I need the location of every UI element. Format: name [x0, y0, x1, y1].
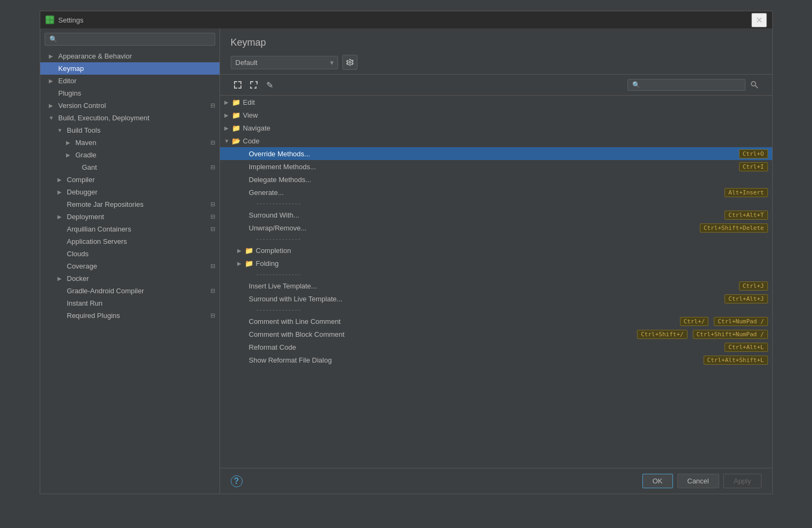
keymap-gear-button[interactable]: [342, 55, 357, 70]
sidebar-item-app-servers[interactable]: Application Servers: [40, 235, 220, 248]
sidebar-item-compiler[interactable]: ▶ Compiler: [40, 173, 220, 186]
sidebar-item-docker[interactable]: ▶ Docker: [40, 272, 220, 285]
tree-label: Comment with Line Comment: [249, 317, 678, 326]
tree-item-navigate[interactable]: ▶ 📁 Navigate: [220, 121, 772, 134]
keymap-controls: Default Eclipse Emacs NetBeans 6.5 Visua…: [231, 55, 762, 70]
collapse-all-button[interactable]: [247, 78, 261, 92]
sidebar-item-keymap[interactable]: Keymap: [40, 62, 220, 75]
tree-item-comment-line[interactable]: Comment with Line Comment Ctrl+/ Ctrl+Nu…: [220, 315, 772, 328]
tree-item-view[interactable]: ▶ 📁 View: [220, 109, 772, 121]
settings-window: Settings ✕ ▶ Appearance & Behavior Keyma…: [40, 11, 773, 494]
shortcuts-cell: Ctrl+I: [737, 162, 768, 171]
tree-label: Folding: [256, 259, 768, 267]
tree-label: View: [243, 111, 768, 119]
chevron-right-icon: ▶: [224, 99, 232, 105]
sidebar-item-build-exec[interactable]: ▼ Build, Execution, Deployment: [40, 112, 220, 124]
search-input[interactable]: [627, 79, 745, 91]
sidebar-item-gant[interactable]: Gant ⊟: [40, 161, 220, 173]
shortcut-badge: Ctrl+Alt+Shift+L: [704, 356, 768, 365]
keymap-select[interactable]: Default Eclipse Emacs NetBeans 6.5 Visua…: [231, 56, 338, 69]
scroll-icon: ⊟: [210, 201, 215, 208]
sidebar-item-maven[interactable]: ▶ Maven ⊟: [40, 136, 220, 149]
sidebar-item-editor[interactable]: ▶ Editor: [40, 75, 220, 87]
shortcut-badge: Ctrl+I: [739, 162, 768, 171]
sidebar-item-label: Clouds: [67, 250, 89, 258]
folder-icon: 📁: [245, 259, 253, 267]
sidebar-item-instant-run[interactable]: Instant Run: [40, 297, 220, 309]
find-action-button[interactable]: [748, 78, 762, 92]
sidebar-item-label: Build, Execution, Deployment: [58, 114, 150, 122]
shortcut-badge: Alt+Insert: [725, 188, 767, 197]
folder-icon: 📁: [245, 247, 253, 255]
sidebar-item-deployment[interactable]: ▶ Deployment ⊟: [40, 211, 220, 223]
help-button[interactable]: ?: [231, 475, 243, 487]
scroll-icon: ⊟: [210, 287, 215, 294]
chevron-right-icon: ▶: [57, 276, 64, 281]
shortcut-badge: Ctrl+Alt+T: [725, 211, 767, 220]
tree-label: Code: [243, 137, 768, 145]
shortcut-badge: Ctrl+Shift+/: [637, 330, 687, 339]
sidebar-item-clouds[interactable]: Clouds: [40, 248, 220, 260]
tree-item-code[interactable]: ▼ 📂 Code: [220, 134, 772, 147]
shortcuts-cell: Ctrl+Alt+J: [722, 294, 767, 303]
sidebar-item-appearance[interactable]: ▶ Appearance & Behavior: [40, 50, 220, 62]
apply-button[interactable]: Apply: [723, 474, 762, 488]
sidebar-item-arquillian[interactable]: Arquillian Containers ⊟: [40, 223, 220, 235]
main-header: Keymap Default Eclipse Emacs NetBeans 6.…: [220, 28, 772, 75]
sidebar-item-gradle[interactable]: ▶ Gradle: [40, 149, 220, 161]
sidebar-item-label: Build Tools: [67, 126, 101, 134]
sidebar-item-label: Gradle: [76, 151, 97, 159]
sidebar-item-debugger[interactable]: ▶ Debugger: [40, 186, 220, 198]
tree-label: Show Reformat File Dialog: [249, 356, 701, 364]
tree-item-show-reformat[interactable]: Show Reformat File Dialog Ctrl+Alt+Shift…: [220, 353, 772, 366]
sidebar-search-input[interactable]: [45, 33, 215, 46]
sidebar-item-label: Required Plugins: [67, 312, 120, 320]
tree-item-completion[interactable]: ▶ 📁 Completion: [220, 244, 772, 257]
sidebar-item-label: Keymap: [58, 64, 84, 73]
tree-item-folding[interactable]: ▶ 📁 Folding: [220, 257, 772, 270]
sidebar-item-label: Compiler: [67, 176, 95, 184]
tree-item-unwrap-remove[interactable]: Unwrap/Remove... Ctrl+Shift+Delete: [220, 221, 772, 234]
ok-button[interactable]: OK: [642, 474, 673, 488]
shortcuts-cell: Ctrl+J: [737, 281, 768, 291]
shortcut-badge: Ctrl+Shift+NumPad /: [693, 330, 768, 339]
tree-item-comment-block[interactable]: Comment with Block Comment Ctrl+Shift+/ …: [220, 328, 772, 341]
app-icon: [46, 16, 54, 24]
sidebar-item-required-plugins[interactable]: Required Plugins ⊟: [40, 309, 220, 322]
folder-icon: 📁: [232, 124, 240, 132]
cancel-button[interactable]: Cancel: [677, 474, 719, 488]
tree-item-edit[interactable]: ▶ 📁 Edit: [220, 96, 772, 109]
separator-4: --------------: [220, 305, 772, 315]
tree-item-delegate-methods[interactable]: Delegate Methods...: [220, 173, 772, 186]
tree-item-implement-methods[interactable]: Implement Methods... Ctrl+I: [220, 160, 772, 173]
sidebar-item-label: Gradle-Android Compiler: [67, 287, 144, 295]
shortcuts-cell: Ctrl+Alt+Shift+L: [701, 356, 768, 365]
shortcuts-cell: Alt+Insert: [722, 188, 767, 197]
chevron-down-icon: ▼: [224, 138, 232, 144]
tree-label: Edit: [243, 98, 768, 106]
sidebar-item-gradle-android[interactable]: Gradle-Android Compiler ⊟: [40, 285, 220, 297]
tree-item-insert-live-template[interactable]: Insert Live Template... Ctrl+J: [220, 279, 772, 292]
sidebar-item-remote-jar[interactable]: Remote Jar Repositories ⊟: [40, 198, 220, 211]
tree-item-surround-live-template[interactable]: Surround with Live Template... Ctrl+Alt+…: [220, 292, 772, 305]
toolbar-search: [627, 78, 762, 92]
tree-item-generate[interactable]: Generate... Alt+Insert: [220, 186, 772, 199]
tree-label: Override Methods...: [249, 150, 737, 158]
sidebar-item-version-control[interactable]: ▶ Version Control ⊟: [40, 99, 220, 112]
tree-item-surround-with[interactable]: Surround With... Ctrl+Alt+T: [220, 208, 772, 221]
sidebar-item-coverage[interactable]: Coverage ⊟: [40, 260, 220, 272]
sidebar-item-label: Coverage: [67, 262, 97, 270]
chevron-right-icon: ▶: [224, 125, 232, 131]
sidebar-item-build-tools[interactable]: ▼ Build Tools: [40, 124, 220, 136]
expand-all-button[interactable]: [231, 78, 245, 92]
tree-item-reformat-code[interactable]: Reformat Code Ctrl+Alt+L: [220, 341, 772, 353]
svg-rect-0: [47, 17, 49, 19]
sidebar-item-label: Instant Run: [67, 299, 103, 307]
shortcuts-cell: Ctrl+Shift+Delete: [698, 223, 768, 233]
separator-3: --------------: [220, 270, 772, 279]
sidebar-item-plugins[interactable]: Plugins: [40, 87, 220, 99]
edit-shortcut-button[interactable]: ✎: [263, 78, 277, 92]
tree-label: Generate...: [249, 189, 723, 197]
tree-item-override-methods[interactable]: Override Methods... Ctrl+O: [220, 147, 772, 160]
close-button[interactable]: ✕: [751, 13, 767, 27]
